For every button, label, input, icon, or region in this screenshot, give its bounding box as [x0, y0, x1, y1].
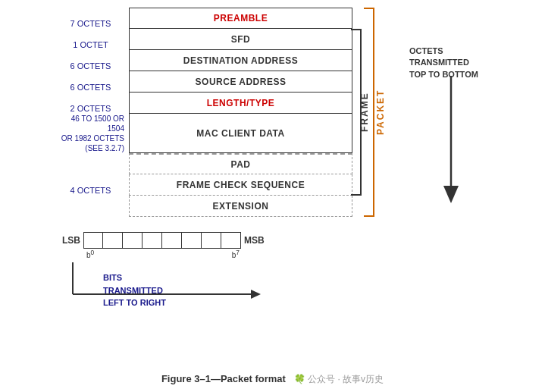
cell-label: DESTINATION ADDRESS	[129, 50, 352, 71]
frame-label: FRAME	[359, 45, 370, 179]
bits-transmitted-arrow: BITSTRANSMITTEDLEFT TO RIGHT	[65, 262, 277, 315]
octet-label: 4 OCTETS	[57, 174, 129, 196]
packet-row: 6 OCTETSDESTINATION ADDRESS	[57, 50, 352, 71]
cell-label: SFD	[129, 29, 352, 50]
down-arrow	[440, 76, 462, 215]
octet-label: 7 OCTETS	[57, 8, 129, 29]
bit-cell	[83, 232, 103, 249]
lsb-label: LSB	[57, 235, 83, 246]
octet-label	[57, 196, 129, 217]
bit-row: LSB MSB	[57, 232, 271, 249]
bit-cell	[221, 232, 241, 249]
packet-row: 7 OCTETSPREAMBLE	[57, 8, 352, 29]
bit-cell	[182, 232, 202, 249]
cell-label: PAD	[129, 153, 352, 174]
bit-cell	[162, 232, 182, 249]
octet-label	[57, 153, 129, 174]
msb-label: MSB	[241, 235, 271, 246]
packet-table: 7 OCTETSPREAMBLE1 OCTETSFD6 OCTETSDESTIN…	[57, 8, 352, 217]
bit-cell	[123, 232, 143, 249]
figure-caption: Figure 3–1—Packet format 🍀 公众号 · 故事v历史	[0, 373, 545, 386]
packet-row: 2 OCTETSLENGTH/TYPE	[57, 93, 352, 114]
bit-cell	[103, 232, 123, 249]
octet-label: 1 OCTET	[57, 29, 129, 50]
packet-row: PAD	[57, 153, 352, 174]
octet-label: 46 TO 1500 OR 1504 OR 1982 OCTETS (SEE 3…	[57, 114, 129, 153]
bit-diagram: LSB MSB b0 b7	[57, 232, 271, 262]
cell-label: SOURCE ADDRESS	[129, 71, 352, 93]
packet-row: 46 TO 1500 OR 1504 OR 1982 OCTETS (SEE 3…	[57, 114, 352, 153]
svg-marker-4	[251, 290, 261, 299]
bit-cells	[83, 232, 241, 249]
b0-label: b0	[86, 249, 94, 259]
diagram-container: 7 OCTETSPREAMBLE1 OCTETSFD6 OCTETSDESTIN…	[0, 0, 545, 392]
cell-label: PREAMBLE	[129, 8, 352, 29]
octet-label: 6 OCTETS	[57, 50, 129, 71]
b7-label: b7	[232, 249, 240, 259]
bit-cell	[143, 232, 162, 249]
bits-label: BITSTRANSMITTEDLEFT TO RIGHT	[103, 271, 166, 309]
packet-row: 1 OCTETSFD	[57, 29, 352, 50]
svg-marker-1	[443, 186, 459, 203]
bit-subscripts-row: b0 b7	[86, 249, 271, 262]
packet-label: PACKET	[375, 8, 386, 217]
octet-label: 2 OCTETS	[57, 93, 129, 114]
cell-label: LENGTH/TYPE	[129, 93, 352, 114]
packet-row: EXTENSION	[57, 196, 352, 217]
cell-label: EXTENSION	[129, 196, 352, 217]
packet-row: 6 OCTETSSOURCE ADDRESS	[57, 71, 352, 93]
bit-cell	[202, 232, 221, 249]
packet-row: 4 OCTETSFRAME CHECK SEQUENCE	[57, 174, 352, 196]
cell-label: MAC CLIENT DATA	[129, 114, 352, 153]
cell-label: FRAME CHECK SEQUENCE	[129, 174, 352, 196]
octet-label: 6 OCTETS	[57, 71, 129, 93]
